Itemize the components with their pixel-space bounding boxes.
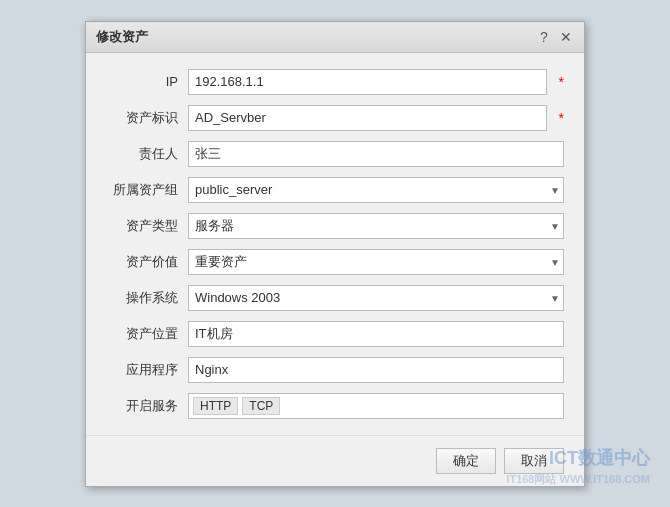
- close-button[interactable]: ✕: [558, 29, 574, 45]
- ip-label: IP: [106, 74, 178, 89]
- asset-value-row: 资产价值 重要资产 ▼: [106, 249, 564, 275]
- asset-group-label: 所属资产组: [106, 181, 178, 199]
- ip-input[interactable]: [188, 69, 547, 95]
- os-row: 操作系统 Windows 2003 ▼: [106, 285, 564, 311]
- ip-row: IP *: [106, 69, 564, 95]
- dialog-body: IP * 资产标识 * 责任人 所属资产组 public_server ▼: [86, 53, 584, 435]
- asset-group-select-wrapper: public_server ▼: [188, 177, 564, 203]
- asset-type-select[interactable]: 服务器: [188, 213, 564, 239]
- location-input[interactable]: [188, 321, 564, 347]
- asset-value-select-wrapper: 重要资产 ▼: [188, 249, 564, 275]
- cancel-button[interactable]: 取消: [504, 448, 564, 474]
- service-tag-http: HTTP: [193, 397, 238, 415]
- asset-group-row: 所属资产组 public_server ▼: [106, 177, 564, 203]
- app-input[interactable]: [188, 357, 564, 383]
- asset-value-label: 资产价值: [106, 253, 178, 271]
- modify-asset-dialog: 修改资产 ? ✕ IP * 资产标识 * 责任人 所属资产组: [85, 21, 585, 487]
- help-button[interactable]: ?: [536, 29, 552, 45]
- dialog-title: 修改资产: [96, 28, 148, 46]
- os-select-wrapper: Windows 2003 ▼: [188, 285, 564, 311]
- ip-required: *: [559, 74, 564, 90]
- asset-value-select[interactable]: 重要资产: [188, 249, 564, 275]
- asset-type-select-wrapper: 服务器 ▼: [188, 213, 564, 239]
- dialog-footer: 确定 取消: [86, 435, 584, 486]
- asset-id-required: *: [559, 110, 564, 126]
- services-row: 开启服务 HTTP TCP: [106, 393, 564, 419]
- service-tag-tcp: TCP: [242, 397, 280, 415]
- app-row: 应用程序: [106, 357, 564, 383]
- location-label: 资产位置: [106, 325, 178, 343]
- services-label: 开启服务: [106, 397, 178, 415]
- location-row: 资产位置: [106, 321, 564, 347]
- asset-id-input[interactable]: [188, 105, 547, 131]
- title-actions: ? ✕: [536, 29, 574, 45]
- asset-type-label: 资产类型: [106, 217, 178, 235]
- asset-type-row: 资产类型 服务器 ▼: [106, 213, 564, 239]
- title-bar: 修改资产 ? ✕: [86, 22, 584, 53]
- asset-group-select[interactable]: public_server: [188, 177, 564, 203]
- owner-input[interactable]: [188, 141, 564, 167]
- app-label: 应用程序: [106, 361, 178, 379]
- asset-id-label: 资产标识: [106, 109, 178, 127]
- owner-label: 责任人: [106, 145, 178, 163]
- os-label: 操作系统: [106, 289, 178, 307]
- asset-id-row: 资产标识 *: [106, 105, 564, 131]
- owner-row: 责任人: [106, 141, 564, 167]
- services-tags: HTTP TCP: [188, 393, 564, 419]
- os-select[interactable]: Windows 2003: [188, 285, 564, 311]
- confirm-button[interactable]: 确定: [436, 448, 496, 474]
